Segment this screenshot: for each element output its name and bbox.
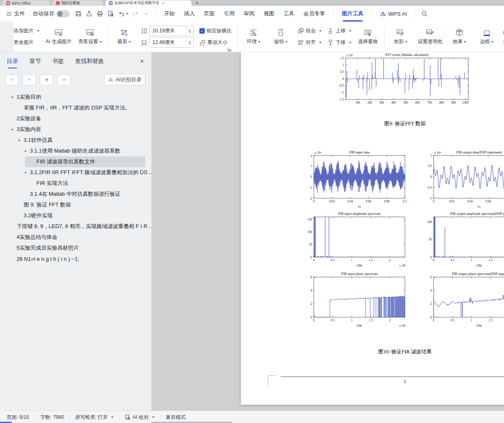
- align-button[interactable]: 对齐: [296, 38, 323, 48]
- status-compat-mode[interactable]: 兼容模式: [166, 414, 186, 421]
- search-button[interactable]: [419, 9, 430, 19]
- width-stepper[interactable]: [186, 38, 193, 47]
- toc-item-4[interactable]: ▼3.1软件仿真: [0, 135, 151, 146]
- menu-item-1[interactable]: 插入: [184, 10, 195, 17]
- sidebar-tab-chapters[interactable]: 章节: [29, 58, 41, 65]
- toc-next-button[interactable]: [5, 74, 19, 85]
- status-ai-proofread[interactable]: AI 校对: [125, 414, 155, 421]
- tab-close-icon[interactable]: ×: [162, 1, 165, 5]
- width-field[interactable]: 12.48厘米: [149, 37, 194, 48]
- toc-item-14[interactable]: 5实验完成后实验器材照片: [0, 243, 151, 253]
- selection-pane-icon: [363, 28, 372, 37]
- status-word-count[interactable]: 字数: 7980: [40, 414, 64, 421]
- toc-item-13[interactable]: 4实验总结与体会: [0, 232, 151, 243]
- wps-ai-button[interactable]: WPS AI: [380, 11, 407, 17]
- toc-item-5[interactable]: ▼3.1.1使用 Matlab 辅助生成滤波器系数: [0, 146, 151, 156]
- export-button[interactable]: [84, 9, 94, 19]
- selection-pane-button[interactable]: 选择窗格: [356, 24, 380, 50]
- toc-item-label: 1实验目的: [17, 93, 41, 101]
- height-field[interactable]: 10.19厘米: [149, 26, 194, 36]
- svg-text:1000: 1000: [463, 101, 469, 105]
- toc-collapse-arrow-icon[interactable]: ▼: [18, 139, 24, 142]
- figure-in-phase[interactable]: 00.511.526420FIR input phase spectrumf/H…: [301, 271, 410, 331]
- toc-collapse-arrow-icon[interactable]: ▼: [24, 171, 30, 174]
- toc-collapse-arrow-icon[interactable]: ▼: [24, 150, 30, 153]
- dropdown-caret-icon: [319, 30, 322, 32]
- menu-item-5[interactable]: 视图: [264, 10, 274, 17]
- brightness-increase-icon[interactable]: [502, 38, 504, 45]
- toc-item-9[interactable]: 3.1.4在 Matlab 中对仿真数据进行验证: [0, 189, 151, 199]
- toc-item-12[interactable]: 下按键 8, 9，LED7, 8 都亮，实现频域滤波重叠相 F I R ...: [0, 221, 151, 232]
- toc-item-1[interactable]: 掌握 FIR，IIR，FFT 滤波的 DSP 实现方法。: [0, 102, 151, 113]
- save-button[interactable]: [73, 9, 84, 19]
- ai-recognize-toc-button[interactable]: AI识别目录: [104, 74, 145, 85]
- height-stepper[interactable]: [186, 26, 193, 36]
- toc-item-7[interactable]: ▼3.1.2FIR IIR FFT IFFT 频域滤波重叠相加法的 DS ...: [0, 167, 151, 178]
- app-tab-wps-office[interactable]: W WPS Office: [2, 0, 50, 6]
- menu-item-4[interactable]: 审阅: [244, 10, 254, 17]
- document-tab-active[interactable]: W 自做DSP技术与应用数字信 ×: [105, 0, 191, 6]
- undo-button[interactable]: [116, 9, 130, 19]
- document-page[interactable]: 图9: 验证FFT 数据 图10: 验证FIR 滤波结果 9 100200300…: [241, 52, 504, 405]
- toc-item-3[interactable]: ▼3实验内容: [0, 124, 151, 135]
- border-button[interactable]: 边框: [475, 24, 499, 50]
- toc-item-15[interactable]: 26 N1=l e n g t h ( i n ) −1;: [0, 253, 151, 264]
- toc-item-11[interactable]: 3.2硬件实现: [0, 210, 151, 221]
- toc-collapse-arrow-icon[interactable]: ▼: [11, 128, 17, 131]
- figure-fir-input[interactable]: 00.020.040.060.080.1210-1-2FIR input dat…: [301, 150, 410, 212]
- menu-item-7[interactable]: 会员专享: [303, 10, 325, 17]
- ai-generate-picture-button[interactable]: AI 生成图片: [44, 24, 73, 50]
- menu-item-2[interactable]: 页面: [204, 10, 215, 17]
- set-transparent-color-button[interactable]: 设置透明色: [416, 24, 444, 50]
- wrap-text-button[interactable]: 环绕: [242, 24, 266, 50]
- toc-item-8[interactable]: FIR 实现方法: [0, 178, 151, 189]
- toc-collapse-button[interactable]: −: [57, 74, 71, 85]
- figure-out-phase[interactable]: 00.511.56420FIR output phase spectrum(DS…: [421, 271, 504, 331]
- crop-button[interactable]: 裁剪: [112, 24, 136, 50]
- figure-10-caption[interactable]: 图10: 验证FIR 滤波结果: [343, 348, 467, 355]
- app-tab-templates[interactable]: 我的云模板: [52, 0, 103, 6]
- color-button[interactable]: 色彩: [389, 24, 413, 50]
- figure-out-amp[interactable]: 00.511.5100500FIR output amplitude spect…: [421, 211, 504, 271]
- sidebar-tab-find-replace[interactable]: 查找和替换: [75, 58, 104, 65]
- print-button[interactable]: [94, 9, 105, 19]
- sidebar-tab-bookmarks[interactable]: 书签: [52, 58, 64, 65]
- svg-text:x 10⁴: x 10⁴: [434, 151, 441, 155]
- toc-item-0[interactable]: ▼1实验目的: [0, 92, 151, 102]
- menu-item-0[interactable]: 开始: [164, 10, 175, 17]
- autosave-toggle[interactable]: [56, 10, 70, 17]
- sidebar-close-icon[interactable]: ×: [140, 58, 144, 65]
- tab-picture-tools[interactable]: 图片工具: [342, 10, 363, 17]
- sidebar-tab-toc[interactable]: 目录: [7, 58, 18, 65]
- autosave-control[interactable]: 自动保存: [33, 10, 70, 17]
- toc-prev-button[interactable]: [22, 74, 36, 85]
- toc-expand-button[interactable]: +: [40, 74, 53, 85]
- figure-in-amp[interactable]: 00.511.52150100500FIR input amplitude sp…: [301, 211, 410, 271]
- contrast-increase-icon[interactable]: [502, 29, 504, 36]
- redo-button[interactable]: [130, 9, 141, 19]
- more-commands-button[interactable]: [141, 9, 152, 19]
- move-down-button[interactable]: 下移: [326, 38, 353, 48]
- new-tab-button[interactable]: +: [196, 0, 198, 6]
- print-preview-button[interactable]: [105, 9, 116, 19]
- menu-item-3[interactable]: 引用: [224, 10, 235, 17]
- figure-fir-output[interactable]: 00.020.040.060.0810.50-0.5-1FIR output d…: [421, 150, 504, 212]
- status-page-indicator[interactable]: 页面: 9/15: [7, 414, 29, 421]
- file-menu-button[interactable]: 文件: [6, 10, 25, 17]
- group-button[interactable]: 组合: [296, 26, 323, 36]
- move-up-button[interactable]: 上移: [326, 26, 353, 36]
- toc-item-6[interactable]: FIR 滤波器导出系数文件: [25, 156, 145, 167]
- menu-item-6[interactable]: 工具: [284, 10, 294, 17]
- toc-collapse-arrow-icon[interactable]: ▼: [11, 96, 17, 99]
- effects-button[interactable]: 效果: [448, 24, 472, 50]
- view-settings-button[interactable]: 查看设置: [77, 24, 104, 50]
- figure-fft[interactable]: 10020030040050060070080090010001.510.50-…: [333, 52, 473, 108]
- status-spellcheck[interactable]: 拼写检查: 打开: [75, 414, 114, 421]
- view-settings-icon: [86, 28, 94, 37]
- svg-text:1.5: 1.5: [340, 56, 344, 60]
- rotate-button[interactable]: 旋转: [269, 24, 293, 50]
- toc-item-10[interactable]: 图 9: 验证 FFT 数据: [0, 199, 151, 210]
- figure-9-caption[interactable]: 图9: 验证FFT 数据: [343, 120, 467, 127]
- lock-aspect-ratio-checkbox[interactable]: ✓ 锁定纵横比: [198, 26, 233, 36]
- toc-item-2[interactable]: 2实验设备: [0, 113, 151, 124]
